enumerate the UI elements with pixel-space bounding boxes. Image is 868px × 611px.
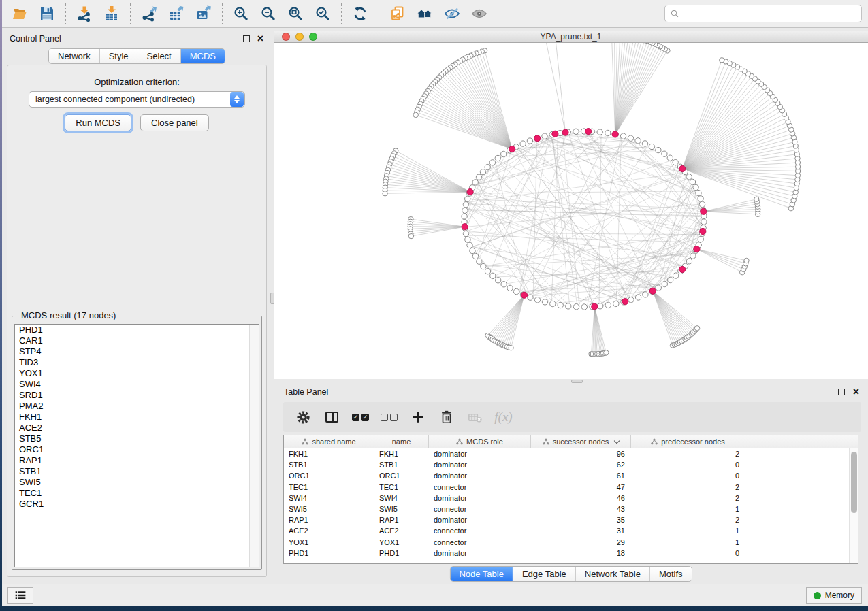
mcds-result-item[interactable]: PHD1	[15, 325, 259, 335]
column-header-shared_name[interactable]: shared name	[284, 435, 374, 448]
close-panel-icon[interactable]: ×	[257, 35, 263, 42]
mcds-result-item[interactable]: STP4	[15, 346, 259, 357]
table-row[interactable]: PHD1PHD1dominator180	[284, 548, 858, 559]
table-row[interactable]: ORC1ORC1dominator610	[284, 470, 858, 481]
cell-mcds_role[interactable]: dominator	[429, 470, 531, 481]
mcds-result-item[interactable]: RAP1	[15, 455, 259, 466]
add-column-button[interactable]	[408, 407, 427, 427]
cell-name[interactable]: SWI5	[374, 503, 429, 514]
float-panel-icon[interactable]	[243, 35, 250, 42]
cell-mcds_role[interactable]: connector	[429, 482, 531, 493]
horizontal-splitter[interactable]	[274, 379, 868, 384]
table-row[interactable]: RAP1RAP1dominator352	[284, 514, 858, 525]
search-input[interactable]	[684, 9, 857, 18]
sort-desc-icon[interactable]	[614, 437, 620, 443]
first-neighbors-button[interactable]	[411, 2, 438, 25]
open-session-button[interactable]	[6, 2, 33, 25]
run-mcds-button[interactable]: Run MCDS	[65, 114, 131, 131]
cell-mcds_role[interactable]: dominator	[429, 514, 531, 525]
table-scrollbar-thumb[interactable]	[851, 452, 857, 513]
cell-shared_name[interactable]: SWI4	[284, 493, 374, 503]
cell-name[interactable]: ORC1	[374, 470, 429, 481]
cell-name[interactable]: RAP1	[374, 514, 429, 525]
import-network-button[interactable]	[71, 2, 98, 25]
cell-mcds_role[interactable]: dominator	[429, 459, 531, 470]
export-network-button[interactable]	[135, 2, 163, 25]
table-row[interactable]: SWI4SWI4dominator462	[284, 493, 858, 503]
cell-successor_nodes[interactable]: 47	[531, 482, 631, 493]
cell-mcds_role[interactable]: dominator	[429, 548, 531, 559]
show-task-history-button[interactable]	[7, 587, 33, 604]
import-table-button[interactable]	[98, 2, 125, 25]
cell-name[interactable]: STB1	[374, 459, 429, 470]
cell-shared_name[interactable]: YOX1	[284, 537, 374, 548]
mcds-result-list[interactable]: PHD1CAR1STP4TID3YOX1SWI4SRD1PMA2FKH1ACE2…	[14, 324, 259, 567]
close-panel-button[interactable]: Close panel	[140, 114, 209, 131]
delete-columns-button[interactable]	[437, 407, 455, 427]
network-canvas[interactable]	[274, 43, 868, 379]
mcds-result-item[interactable]: SWI5	[15, 477, 259, 488]
table-row[interactable]: YOX1YOX1connector291	[284, 537, 858, 548]
cell-predecessor_nodes[interactable]: 2	[631, 482, 745, 493]
mcds-result-item[interactable]: STB5	[15, 433, 259, 444]
cell-predecessor_nodes[interactable]: 1	[631, 537, 745, 548]
cell-shared_name[interactable]: TEC1	[284, 482, 374, 493]
tab-network-table[interactable]: Network Table	[575, 567, 649, 581]
tab-node-table[interactable]: Node Table	[450, 567, 513, 581]
save-session-button[interactable]	[33, 2, 61, 25]
cell-mcds_role[interactable]: connector	[429, 537, 531, 548]
duplicate-network-button[interactable]	[384, 2, 411, 25]
apply-layout-button[interactable]	[347, 2, 374, 25]
zoom-selected-button[interactable]	[309, 2, 336, 25]
cell-predecessor_nodes[interactable]: 0	[631, 459, 745, 470]
column-header-predecessor_nodes[interactable]: predecessor nodes	[631, 435, 745, 448]
cell-predecessor_nodes[interactable]: 0	[631, 470, 745, 481]
memory-button[interactable]: Memory	[806, 587, 862, 604]
cell-successor_nodes[interactable]: 35	[531, 514, 631, 525]
toggle-panel-button[interactable]	[323, 407, 341, 427]
cell-mcds_role[interactable]: connector	[429, 525, 531, 536]
tab-network[interactable]: Network	[49, 49, 99, 63]
mcds-result-item[interactable]: SWI4	[15, 379, 259, 390]
cell-successor_nodes[interactable]: 43	[531, 503, 631, 514]
mcds-result-item[interactable]: YOX1	[15, 368, 259, 379]
cell-name[interactable]: TEC1	[374, 482, 429, 493]
cell-shared_name[interactable]: PHD1	[284, 548, 374, 559]
mcds-result-item[interactable]: SRD1	[15, 390, 259, 401]
cell-successor_nodes[interactable]: 29	[531, 537, 631, 548]
export-image-button[interactable]	[190, 2, 217, 25]
mcds-result-item[interactable]: PMA2	[15, 401, 259, 412]
network-graph[interactable]	[274, 43, 868, 379]
export-table-button[interactable]	[163, 2, 190, 25]
table-row[interactable]: STB1STB1dominator620	[284, 459, 858, 470]
cell-mcds_role[interactable]: dominator	[429, 493, 531, 503]
show-all-button[interactable]	[466, 2, 493, 25]
cell-shared_name[interactable]: ACE2	[284, 525, 374, 536]
cell-shared_name[interactable]: SWI5	[284, 503, 374, 514]
tab-select[interactable]: Select	[138, 49, 180, 63]
select-all-button[interactable]: ✓✓	[351, 407, 370, 427]
cell-name[interactable]: SWI4	[374, 493, 429, 503]
tab-mcds[interactable]: MCDS	[180, 49, 225, 63]
cell-shared_name[interactable]: RAP1	[284, 514, 374, 525]
cell-predecessor_nodes[interactable]: 2	[631, 493, 745, 503]
cell-successor_nodes[interactable]: 31	[531, 525, 631, 536]
cell-successor_nodes[interactable]: 46	[531, 493, 631, 503]
horizontal-splitter-handle[interactable]	[571, 380, 583, 383]
cell-mcds_role[interactable]: dominator	[429, 448, 531, 459]
mcds-result-item[interactable]: CAR1	[15, 335, 259, 346]
criterion-dropdown[interactable]: largest connected component (undirected)	[29, 91, 245, 108]
cell-name[interactable]: PHD1	[374, 548, 429, 559]
cell-predecessor_nodes[interactable]: 2	[631, 514, 745, 525]
cell-shared_name[interactable]: ORC1	[284, 470, 374, 481]
cell-successor_nodes[interactable]: 61	[531, 470, 631, 481]
mcds-result-item[interactable]: ACE2	[15, 423, 259, 433]
table-row[interactable]: TEC1TEC1connector472	[284, 482, 858, 493]
tab-style[interactable]: Style	[99, 49, 138, 63]
search-field[interactable]	[664, 5, 862, 22]
float-table-panel-icon[interactable]	[838, 389, 845, 395]
hide-selected-button[interactable]	[438, 2, 466, 25]
cell-successor_nodes[interactable]: 96	[531, 448, 631, 459]
column-header-name[interactable]: name	[374, 435, 429, 448]
deselect-all-button[interactable]	[380, 407, 398, 427]
